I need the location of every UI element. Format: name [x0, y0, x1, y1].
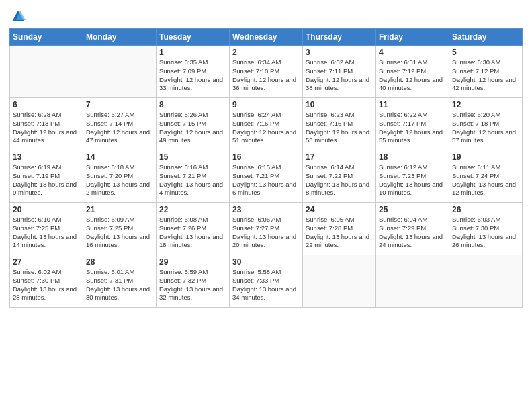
- calendar-cell: [303, 255, 376, 308]
- day-number: 7: [86, 100, 153, 109]
- calendar-week-2: 6Sunrise: 6:28 AM Sunset: 7:13 PM Daylig…: [10, 98, 523, 150]
- day-info: Sunrise: 6:09 AM Sunset: 7:25 PM Dayligh…: [86, 216, 153, 250]
- day-info: Sunrise: 6:02 AM Sunset: 7:30 PM Dayligh…: [13, 268, 80, 302]
- calendar-week-5: 27Sunrise: 6:02 AM Sunset: 7:30 PM Dayli…: [10, 255, 523, 308]
- calendar-header-tuesday: Tuesday: [157, 29, 230, 46]
- day-number: 13: [13, 152, 80, 162]
- calendar-cell: 26Sunrise: 6:03 AM Sunset: 7:30 PM Dayli…: [449, 203, 523, 255]
- day-info: Sunrise: 6:14 AM Sunset: 7:22 PM Dayligh…: [306, 163, 373, 197]
- calendar-cell: [449, 255, 523, 308]
- day-number: 24: [306, 205, 373, 214]
- calendar-cell: 17Sunrise: 6:14 AM Sunset: 7:22 PM Dayli…: [303, 150, 376, 203]
- calendar-header-sunday: Sunday: [10, 29, 83, 46]
- calendar-cell: 5Sunrise: 6:30 AM Sunset: 7:12 PM Daylig…: [449, 46, 523, 98]
- day-number: 19: [452, 152, 519, 162]
- calendar-header-monday: Monday: [83, 29, 157, 46]
- calendar-cell: 11Sunrise: 6:22 AM Sunset: 7:17 PM Dayli…: [376, 98, 449, 150]
- calendar-cell: 10Sunrise: 6:23 AM Sunset: 7:16 PM Dayli…: [303, 98, 376, 150]
- day-number: 17: [306, 152, 373, 162]
- day-info: Sunrise: 6:26 AM Sunset: 7:15 PM Dayligh…: [159, 111, 226, 145]
- header: [9, 7, 523, 24]
- day-info: Sunrise: 6:11 AM Sunset: 7:24 PM Dayligh…: [452, 163, 519, 197]
- logo: [9, 9, 26, 24]
- calendar-cell: [83, 46, 157, 98]
- day-info: Sunrise: 6:16 AM Sunset: 7:21 PM Dayligh…: [159, 163, 226, 197]
- calendar-header-thursday: Thursday: [303, 29, 376, 46]
- calendar-cell: 15Sunrise: 6:16 AM Sunset: 7:21 PM Dayli…: [157, 150, 230, 203]
- calendar: SundayMondayTuesdayWednesdayThursdayFrid…: [9, 28, 523, 308]
- day-number: 27: [13, 257, 80, 267]
- calendar-cell: 29Sunrise: 5:59 AM Sunset: 7:32 PM Dayli…: [157, 255, 230, 308]
- day-info: Sunrise: 6:34 AM Sunset: 7:10 PM Dayligh…: [232, 58, 300, 93]
- day-info: Sunrise: 6:24 AM Sunset: 7:16 PM Dayligh…: [232, 111, 300, 145]
- page: SundayMondayTuesdayWednesdayThursdayFrid…: [0, 0, 532, 411]
- day-number: 28: [86, 257, 153, 267]
- calendar-cell: 1Sunrise: 6:35 AM Sunset: 7:09 PM Daylig…: [157, 46, 230, 98]
- day-number: 22: [159, 205, 226, 214]
- calendar-cell: 4Sunrise: 6:31 AM Sunset: 7:12 PM Daylig…: [376, 46, 449, 98]
- day-number: 4: [379, 48, 446, 57]
- day-number: 18: [379, 152, 446, 162]
- calendar-cell: 16Sunrise: 6:15 AM Sunset: 7:21 PM Dayli…: [230, 150, 303, 203]
- day-number: 8: [159, 100, 226, 109]
- day-info: Sunrise: 6:30 AM Sunset: 7:12 PM Dayligh…: [452, 58, 519, 93]
- day-info: Sunrise: 6:35 AM Sunset: 7:09 PM Dayligh…: [159, 58, 226, 93]
- calendar-cell: 23Sunrise: 6:06 AM Sunset: 7:27 PM Dayli…: [230, 203, 303, 255]
- day-number: 14: [86, 152, 153, 162]
- day-info: Sunrise: 6:05 AM Sunset: 7:28 PM Dayligh…: [306, 216, 373, 250]
- calendar-week-3: 13Sunrise: 6:19 AM Sunset: 7:19 PM Dayli…: [10, 150, 523, 203]
- calendar-cell: 13Sunrise: 6:19 AM Sunset: 7:19 PM Dayli…: [10, 150, 83, 203]
- calendar-week-1: 1Sunrise: 6:35 AM Sunset: 7:09 PM Daylig…: [10, 46, 523, 98]
- day-info: Sunrise: 6:20 AM Sunset: 7:18 PM Dayligh…: [452, 111, 519, 145]
- day-number: 11: [379, 100, 446, 109]
- calendar-cell: 28Sunrise: 6:01 AM Sunset: 7:31 PM Dayli…: [83, 255, 157, 308]
- calendar-cell: 19Sunrise: 6:11 AM Sunset: 7:24 PM Dayli…: [449, 150, 523, 203]
- day-info: Sunrise: 6:08 AM Sunset: 7:26 PM Dayligh…: [159, 216, 226, 250]
- day-info: Sunrise: 6:31 AM Sunset: 7:12 PM Dayligh…: [379, 58, 446, 93]
- calendar-cell: 18Sunrise: 6:12 AM Sunset: 7:23 PM Dayli…: [376, 150, 449, 203]
- day-info: Sunrise: 6:06 AM Sunset: 7:27 PM Dayligh…: [232, 216, 300, 250]
- day-number: 2: [232, 48, 300, 57]
- calendar-cell: 12Sunrise: 6:20 AM Sunset: 7:18 PM Dayli…: [449, 98, 523, 150]
- day-info: Sunrise: 5:59 AM Sunset: 7:32 PM Dayligh…: [159, 268, 226, 302]
- calendar-header-row: SundayMondayTuesdayWednesdayThursdayFrid…: [10, 29, 523, 46]
- day-info: Sunrise: 6:12 AM Sunset: 7:23 PM Dayligh…: [379, 163, 446, 197]
- calendar-header-friday: Friday: [376, 29, 449, 46]
- day-number: 25: [379, 205, 446, 214]
- day-number: 29: [159, 257, 226, 267]
- day-info: Sunrise: 6:28 AM Sunset: 7:13 PM Dayligh…: [13, 111, 80, 145]
- calendar-cell: 24Sunrise: 6:05 AM Sunset: 7:28 PM Dayli…: [303, 203, 376, 255]
- calendar-cell: 8Sunrise: 6:26 AM Sunset: 7:15 PM Daylig…: [157, 98, 230, 150]
- calendar-cell: 25Sunrise: 6:04 AM Sunset: 7:29 PM Dayli…: [376, 203, 449, 255]
- day-number: 20: [13, 205, 80, 214]
- logo-icon: [11, 9, 26, 24]
- calendar-cell: 2Sunrise: 6:34 AM Sunset: 7:10 PM Daylig…: [230, 46, 303, 98]
- day-info: Sunrise: 6:27 AM Sunset: 7:14 PM Dayligh…: [86, 111, 153, 145]
- day-number: 10: [306, 100, 373, 109]
- calendar-cell: 21Sunrise: 6:09 AM Sunset: 7:25 PM Dayli…: [83, 203, 157, 255]
- calendar-cell: [10, 46, 83, 98]
- calendar-cell: 6Sunrise: 6:28 AM Sunset: 7:13 PM Daylig…: [10, 98, 83, 150]
- day-info: Sunrise: 5:58 AM Sunset: 7:33 PM Dayligh…: [232, 268, 300, 302]
- calendar-cell: 30Sunrise: 5:58 AM Sunset: 7:33 PM Dayli…: [230, 255, 303, 308]
- calendar-cell: 20Sunrise: 6:10 AM Sunset: 7:25 PM Dayli…: [10, 203, 83, 255]
- day-info: Sunrise: 6:22 AM Sunset: 7:17 PM Dayligh…: [379, 111, 446, 145]
- calendar-cell: [376, 255, 449, 308]
- day-info: Sunrise: 6:03 AM Sunset: 7:30 PM Dayligh…: [452, 216, 519, 250]
- calendar-cell: 9Sunrise: 6:24 AM Sunset: 7:16 PM Daylig…: [230, 98, 303, 150]
- calendar-cell: 3Sunrise: 6:32 AM Sunset: 7:11 PM Daylig…: [303, 46, 376, 98]
- day-info: Sunrise: 6:04 AM Sunset: 7:29 PM Dayligh…: [379, 216, 446, 250]
- day-number: 3: [306, 48, 373, 57]
- day-number: 12: [452, 100, 519, 109]
- day-number: 15: [159, 152, 226, 162]
- day-number: 6: [13, 100, 80, 109]
- day-info: Sunrise: 6:23 AM Sunset: 7:16 PM Dayligh…: [306, 111, 373, 145]
- calendar-header-saturday: Saturday: [449, 29, 523, 46]
- day-number: 21: [86, 205, 153, 214]
- calendar-week-4: 20Sunrise: 6:10 AM Sunset: 7:25 PM Dayli…: [10, 203, 523, 255]
- day-number: 1: [159, 48, 226, 57]
- calendar-cell: 22Sunrise: 6:08 AM Sunset: 7:26 PM Dayli…: [157, 203, 230, 255]
- day-info: Sunrise: 6:18 AM Sunset: 7:20 PM Dayligh…: [86, 163, 153, 197]
- day-info: Sunrise: 6:01 AM Sunset: 7:31 PM Dayligh…: [86, 268, 153, 302]
- calendar-header-wednesday: Wednesday: [230, 29, 303, 46]
